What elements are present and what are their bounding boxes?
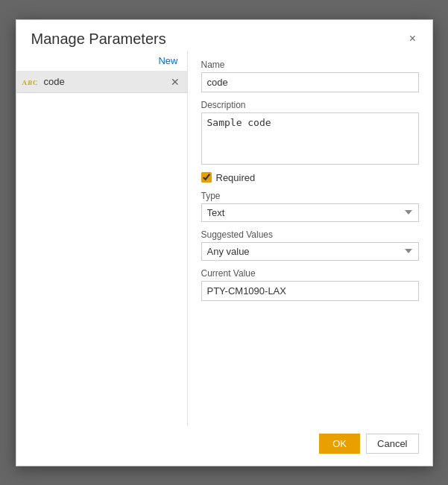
parameter-type-icon: ABC [22,76,38,88]
current-value-input[interactable] [201,281,419,301]
current-value-field-group: Current Value [201,268,419,301]
dialog-titlebar: Manage Parameters × [16,20,432,51]
ok-button[interactable]: OK [319,434,360,454]
right-panel: Name Description Sample code Required Ty… [188,51,432,426]
required-label[interactable]: Required [216,172,256,183]
type-select-wrapper: Text Number Date Date/Time True/False [201,203,419,222]
suggested-values-select-wrapper: Any value List of values [201,242,419,261]
close-button[interactable]: × [406,31,420,46]
left-panel: New ABC code ✕ [16,51,188,426]
suggested-values-label: Suggested Values [201,229,419,240]
required-checkbox[interactable] [201,172,212,183]
dialog-body: New ABC code ✕ Name Description Sample c… [16,51,432,426]
suggested-values-select[interactable]: Any value List of values [201,242,419,261]
description-label: Description [201,100,419,110]
name-input[interactable] [201,72,419,92]
cancel-button[interactable]: Cancel [366,434,418,454]
type-select[interactable]: Text Number Date Date/Time True/False [201,203,419,222]
new-parameter-button[interactable]: New [155,54,180,68]
name-field-group: Name [201,60,419,92]
type-field-group: Type Text Number Date Date/Time True/Fal… [201,191,419,222]
left-panel-header: New [16,51,187,72]
current-value-label: Current Value [201,268,419,279]
required-row: Required [201,172,419,183]
name-label: Name [201,60,419,70]
dialog-title: Manage Parameters [31,31,166,48]
delete-parameter-button[interactable]: ✕ [169,76,181,88]
list-item[interactable]: ABC code ✕ [16,72,187,93]
spacer [201,308,419,417]
description-input[interactable]: Sample code [201,112,419,165]
description-field-group: Description Sample code [201,100,419,165]
manage-parameters-dialog: Manage Parameters × New ABC code ✕ Name [16,19,433,466]
parameter-name: code [44,76,169,87]
dialog-footer: OK Cancel [16,426,432,466]
type-label: Type [201,191,419,201]
suggested-values-field-group: Suggested Values Any value List of value… [201,229,419,261]
